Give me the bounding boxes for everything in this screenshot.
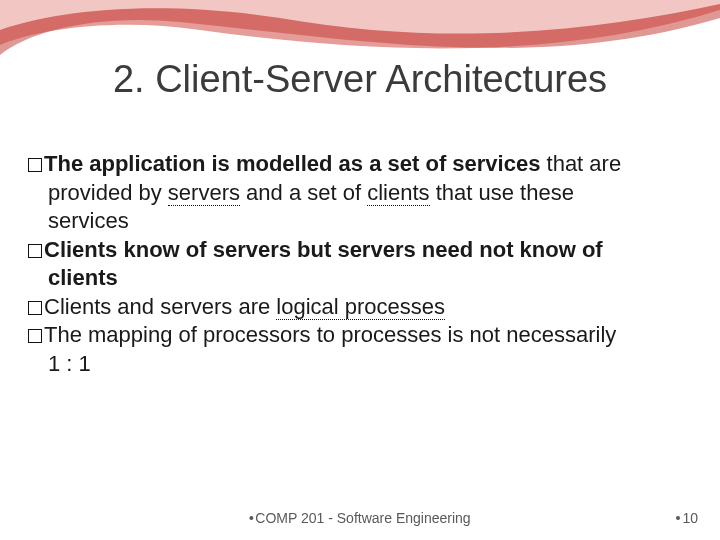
bullet-4-a: The mapping of processors to processes i…: [44, 322, 616, 347]
bullet-3: Clients and servers are logical processe…: [28, 293, 692, 321]
bullet-4-b: 1 : 1: [48, 351, 91, 376]
bullet-dot-icon: [249, 516, 253, 520]
bullet-3-underline: logical processes: [276, 294, 445, 320]
bullet-4-line-2: 1 : 1: [28, 350, 692, 378]
bullet-3-plain: Clients and servers are: [44, 294, 276, 319]
footer-page-number: 10: [676, 510, 698, 526]
bullet-1-rest-a: that are: [540, 151, 621, 176]
bullet-1-underline-clients: clients: [367, 180, 429, 206]
footer-course: COMP 201 - Software Engineering: [249, 510, 470, 526]
bullet-2-line-2: clients: [28, 264, 692, 292]
bullet-1-line-3: services: [28, 207, 692, 235]
bullet-2-line-1: Clients know of servers but servers need…: [28, 236, 692, 264]
footer-course-text: COMP 201 - Software Engineering: [255, 510, 470, 526]
bullet-1-rest-d: that use these: [430, 180, 574, 205]
bullet-dot-icon: [676, 516, 680, 520]
bullet-2-bold-b: clients: [48, 265, 118, 290]
bullet-1-line-2: provided by servers and a set of clients…: [28, 179, 692, 207]
slide-body: The application is modelled as a set of …: [28, 150, 692, 378]
bullet-box-icon: [28, 244, 42, 258]
bullet-1-bold: The application is modelled as a set of …: [44, 151, 540, 176]
bullet-2-bold-a: Clients know of servers but servers need…: [44, 237, 603, 262]
bullet-1-line-1: The application is modelled as a set of …: [28, 150, 692, 178]
footer-page-text: 10: [682, 510, 698, 526]
slide-title: 2. Client-Server Architectures: [0, 58, 720, 101]
bullet-box-icon: [28, 158, 42, 172]
bullet-box-icon: [28, 301, 42, 315]
bullet-box-icon: [28, 329, 42, 343]
bullet-4-line-1: The mapping of processors to processes i…: [28, 321, 692, 349]
bullet-1-rest-c: and a set of: [240, 180, 367, 205]
bullet-1-underline-servers: servers: [168, 180, 240, 206]
bullet-1-rest-b: provided by: [48, 180, 168, 205]
bullet-1-rest-e: services: [48, 208, 129, 233]
